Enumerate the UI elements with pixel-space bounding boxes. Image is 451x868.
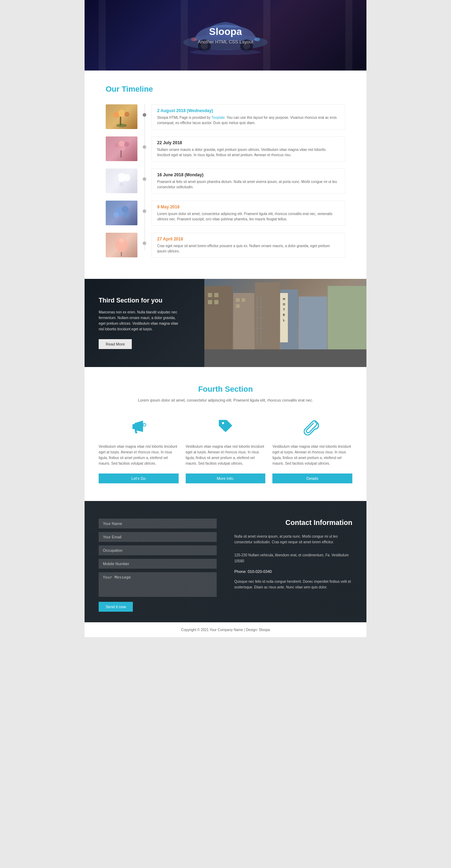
svg-text:T: T (283, 308, 285, 311)
megaphone-icon (99, 418, 179, 439)
timeline-dot-2 (143, 145, 146, 149)
svg-point-55 (143, 423, 146, 426)
timeline-dot-4 (143, 209, 146, 213)
timeline-dot-3 (143, 177, 146, 181)
features-grid: Vestibulum vitae magna vitae nisl lobort… (99, 418, 352, 483)
timeline-item: 2 August 2018 (Wednesday) Sloopa HTML Pa… (106, 104, 345, 129)
paperclip-icon (272, 418, 352, 439)
contact-extra-text: Quisque nec felis id nulla congue hendre… (234, 579, 352, 590)
contact-form-side: Send it now (99, 519, 217, 612)
footer-text: Copyright © 2021 Your Company Name | Des… (90, 628, 361, 632)
svg-rect-17 (121, 151, 122, 158)
contact-info-side: Contact Information Nulla sit amet viver… (227, 519, 352, 612)
timeline-title: Our Timeline (106, 85, 345, 94)
timeline: 2 August 2018 (Wednesday) Sloopa HTML Pa… (106, 104, 345, 258)
svg-text:O: O (283, 302, 285, 306)
timeline-item: 22 July 2018 Nullam ornare mauris a dolo… (106, 136, 345, 161)
svg-point-14 (114, 143, 118, 147)
mobile-input[interactable] (99, 559, 217, 569)
svg-point-58 (222, 422, 224, 424)
timeline-text-1: Sloopa HTML Page is provided by Tooplate… (157, 115, 340, 126)
footer: Copyright © 2021 Your Company Name | Des… (85, 622, 366, 637)
svg-rect-40 (236, 298, 240, 302)
third-section-text: Maecenas non ex enim. Nulla blandit vulp… (99, 310, 183, 332)
street-background: H O T E L (204, 279, 366, 367)
email-input[interactable] (99, 532, 217, 542)
timeline-date-5: 27 April 2018 (157, 237, 340, 242)
svg-rect-43 (204, 349, 366, 367)
timeline-date-2: 22 July 2018 (157, 140, 340, 145)
timeline-image-4 (106, 201, 137, 225)
timeline-item: 16 June 2018 (Monday) Praesent at felis … (106, 169, 345, 194)
timeline-text-2: Nullam ornare mauris a dolor gravida, eg… (157, 147, 340, 158)
contact-info-text: Nulla sit amet viverra ipsum, at porta n… (234, 534, 352, 545)
svg-point-16 (122, 147, 125, 151)
svg-rect-36 (208, 293, 212, 297)
svg-point-27 (119, 238, 124, 243)
timeline-image-2 (106, 136, 137, 161)
fourth-section-title: Fourth Section (99, 385, 352, 394)
svg-point-8 (118, 110, 125, 117)
timeline-text-5: Cras eget neque sit amet lorem efficitur… (157, 243, 340, 254)
timeline-content-4: 9 May 2018 Lorem ipsum dolor sit amet, c… (152, 201, 345, 226)
contact-grid: Send it now Contact Information Nulla si… (99, 519, 352, 612)
svg-rect-29 (121, 252, 122, 256)
timeline-image-1 (106, 104, 137, 129)
svg-point-13 (119, 141, 124, 146)
timeline-content-3: 16 June 2018 (Monday) Praesent at felis … (152, 169, 345, 194)
timeline-dot-5 (143, 242, 146, 245)
send-button[interactable]: Send it now (99, 602, 133, 612)
third-content: Third Section for you Maecenas non ex en… (85, 286, 197, 360)
timeline-date-1: 2 August 2018 (Wednesday) (157, 108, 340, 113)
svg-point-9 (113, 112, 119, 118)
contact-section: Send it now Contact Information Nulla si… (85, 501, 366, 622)
occupation-input[interactable] (99, 545, 217, 555)
timeline-item: 27 April 2018 Cras eget neque sit amet l… (106, 233, 345, 258)
svg-text:E: E (283, 313, 285, 317)
svg-text:H: H (283, 297, 285, 301)
svg-rect-37 (214, 293, 218, 297)
timeline-image-5 (106, 233, 137, 257)
hero-section: Sloopa Another HTML CSS Layout (85, 0, 366, 71)
svg-point-5 (254, 38, 260, 41)
third-section-title: Third Section for you (99, 297, 183, 304)
name-input[interactable] (99, 519, 217, 528)
timeline-link[interactable]: Tooplate (211, 116, 225, 120)
svg-point-20 (123, 174, 130, 181)
svg-point-21 (119, 182, 124, 187)
feature-item-1: Vestibulum vitae magna vitae nisl lobort… (99, 418, 179, 483)
hero-title: Sloopa (209, 26, 242, 37)
tag-icon (186, 418, 266, 439)
feature-item-2: Vestibulum vitae magna vitae nisl lobort… (186, 418, 266, 483)
timeline-content-2: 22 July 2018 Nullam ornare mauris a dolo… (152, 136, 345, 161)
feature-button-3[interactable]: Details (272, 473, 352, 483)
contact-title: Contact Information (234, 519, 352, 527)
svg-point-10 (124, 112, 129, 117)
timeline-dot-1 (143, 113, 146, 117)
timeline-content-5: 27 April 2018 Cras eget neque sit amet l… (152, 233, 345, 258)
fourth-section: Fourth Section Lorem ipsum dolor sit ame… (85, 367, 366, 501)
contact-address: 120-230 Nullam vehicula, libendum erat, … (234, 552, 352, 564)
timeline-content-1: 2 August 2018 (Wednesday) Sloopa HTML Pa… (152, 104, 345, 129)
feature-text-2: Vestibulum vitae magna vitae nisl lobort… (186, 444, 266, 466)
svg-point-19 (113, 176, 119, 181)
read-more-button[interactable]: Read More (99, 339, 132, 349)
timeline-image-3 (106, 169, 137, 193)
feature-button-2[interactable]: More Info. (186, 473, 266, 483)
svg-rect-42 (236, 304, 240, 308)
svg-point-15 (124, 142, 129, 147)
feature-text-1: Vestibulum vitae magna vitae nisl lobort… (99, 444, 179, 466)
svg-point-25 (124, 212, 130, 218)
fourth-section-subtitle: Lorem ipsum dolor sit amet, consectetur … (99, 397, 352, 404)
svg-rect-41 (242, 298, 245, 302)
svg-rect-38 (208, 300, 212, 304)
message-textarea[interactable] (99, 572, 217, 597)
svg-point-24 (113, 212, 119, 218)
timeline-date-4: 9 May 2018 (157, 204, 340, 209)
feature-button-1[interactable]: Let's Go (99, 473, 179, 483)
feature-text-3: Vestibulum vitae magna vitae nisl lobort… (272, 444, 352, 466)
timeline-text-3: Praesent at felis sit amet ipsum pharetr… (157, 179, 340, 190)
svg-point-12 (116, 124, 127, 127)
timeline-item: 9 May 2018 Lorem ipsum dolor sit amet, c… (106, 201, 345, 226)
svg-rect-39 (214, 300, 218, 304)
